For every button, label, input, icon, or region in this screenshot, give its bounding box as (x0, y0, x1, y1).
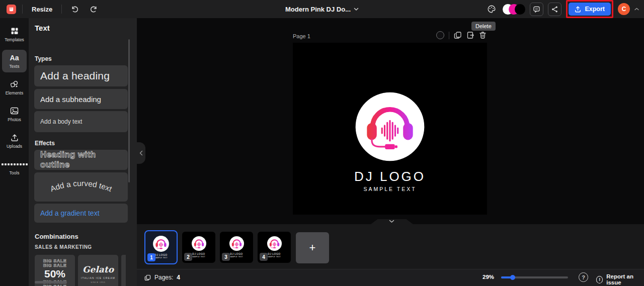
page-thumbnail-3[interactable]: DJ LOGO SAMPLE TEXT 3 (220, 232, 253, 263)
add-body-text-label: Add a body text (40, 118, 82, 125)
zoom-slider[interactable] (501, 276, 568, 278)
question-icon: ? (582, 274, 585, 280)
pages-label: Pages: (154, 274, 173, 281)
sidebar-item-label: Templates (5, 37, 24, 42)
page-number-badge: 2 (184, 253, 192, 261)
page-thumbnail-4[interactable]: DJ LOGO SAMPLE TEXT 4 (258, 232, 291, 263)
page-thumbnail-1[interactable]: DJ LOGO SAMPLE TEXT 1 (144, 230, 178, 264)
resize-button[interactable]: Resize (29, 6, 55, 13)
avatar[interactable]: C (618, 3, 630, 15)
feedback-button[interactable] (530, 3, 543, 16)
design-canvas[interactable]: DJ LOGO SAMPLE TEXT (293, 43, 487, 215)
divider (61, 5, 62, 14)
help-button[interactable]: ? (579, 272, 588, 282)
sidebar-item-tools[interactable]: Tools (2, 156, 27, 179)
divider (449, 32, 449, 39)
delete-tooltip: Delete (471, 22, 496, 31)
palette-button[interactable] (485, 3, 498, 16)
document-title: Modern Pink DJ Do... (285, 6, 351, 13)
add-heading-button[interactable]: Add a heading (34, 65, 128, 86)
page-number-badge: 1 (147, 253, 155, 261)
tools-icon (2, 160, 28, 168)
chevron-down-icon[interactable] (389, 220, 394, 223)
chevron-left-icon (139, 150, 143, 156)
export-button[interactable]: Export (569, 3, 611, 16)
logo-subtitle-text[interactable]: SAMPLE TEXT (293, 186, 487, 192)
export-label: Export (585, 6, 605, 13)
photos-icon (10, 107, 19, 115)
sidebar: Templates Aa Texts Elements Photos (0, 18, 29, 286)
panel-scrollbar[interactable] (128, 39, 130, 182)
page-number-badge: 4 (260, 253, 268, 261)
share-button[interactable] (548, 3, 561, 16)
palette-icon (487, 5, 496, 14)
sidebar-item-photos[interactable]: Photos (2, 103, 27, 126)
uploads-icon (11, 133, 19, 142)
gelato-tagline: SINCE 1955 (91, 281, 105, 283)
add-page-button[interactable]: + (296, 232, 329, 263)
mini-logo-icon (229, 236, 245, 251)
curved-text-button[interactable]: Add a curved text (34, 172, 128, 202)
combinations-scrollbar[interactable] (35, 281, 67, 283)
workspace: Page 1 Delete DJ LOGO (137, 18, 644, 224)
gelato-title: Gelato (83, 264, 114, 274)
elements-icon (10, 80, 19, 88)
mini-logo-title: DJ LOGO (154, 253, 167, 256)
types-heading: Types (35, 55, 52, 62)
panel-collapse-button[interactable] (137, 142, 145, 164)
sidebar-item-label: Elements (6, 90, 23, 96)
sidebar-item-uploads[interactable]: Uploads (2, 130, 27, 152)
zoom-slider-handle[interactable] (510, 275, 515, 280)
pages-icon (144, 274, 151, 281)
document-title-menu[interactable]: Modern Pink DJ Do... (285, 0, 359, 18)
logo-title-text[interactable]: DJ LOGO (293, 169, 487, 184)
curved-text-label: Add a curved text (49, 179, 113, 194)
gradient-text-button[interactable]: Add a gradient text (34, 204, 128, 223)
sidebar-item-label: Tools (10, 170, 20, 175)
export-annotation-box: Export (566, 0, 613, 18)
color-swatch-black[interactable] (515, 4, 525, 15)
sidebar-item-texts[interactable]: Aa Texts (2, 50, 27, 72)
mini-logo-subtitle: SAMPLE TEXT (154, 257, 168, 259)
panel-title: Text (35, 24, 50, 32)
mini-logo-title: DJ LOGO (268, 252, 280, 255)
delete-page-icon[interactable] (479, 31, 487, 39)
sidebar-item-label: Uploads (7, 144, 22, 149)
page-number-badge: 3 (222, 253, 230, 261)
texts-icon: Aa (10, 53, 19, 62)
sidebar-item-label: Texts (10, 64, 20, 69)
add-subheading-label: Add a subheading (40, 95, 101, 104)
undo-button[interactable] (68, 3, 81, 16)
export-icon (575, 6, 581, 13)
add-subheading-button[interactable]: Add a subheading (34, 89, 128, 109)
exclamation-icon: ! (596, 276, 603, 283)
move-page-icon[interactable] (466, 31, 474, 39)
document-colors[interactable] (503, 4, 525, 15)
app-logo[interactable] (7, 5, 16, 14)
add-body-text-button[interactable]: Add a body text (34, 111, 128, 132)
combination-gelato[interactable]: Gelato ITALIAN ICE CREAM SINCE 1955 (78, 255, 118, 286)
redo-button[interactable] (87, 3, 100, 16)
duplicate-page-icon[interactable] (454, 31, 462, 39)
avatar-initial: C (622, 6, 626, 13)
combination-partial[interactable] (121, 255, 126, 286)
report-issue-label: Report an issue (606, 273, 644, 285)
report-issue-button[interactable]: ! Report an issue (596, 273, 644, 285)
page-label: Page 1 (293, 33, 310, 39)
dj-logo-graphic[interactable] (353, 90, 427, 163)
sidebar-item-templates[interactable]: Templates (2, 23, 27, 46)
page-toolbar (436, 31, 487, 39)
sidebar-item-elements[interactable]: Elements (2, 76, 27, 99)
mini-logo-icon (191, 236, 207, 251)
chevron-down-icon (354, 8, 359, 11)
share-icon (551, 6, 558, 13)
page-thumbnail-2[interactable]: DJ LOGO SAMPLE TEXT 2 (182, 232, 215, 263)
heading-outline-button[interactable]: Heading with outline (34, 150, 128, 170)
gelato-subtitle: ITALIAN ICE CREAM (81, 276, 115, 279)
chevron-up-icon[interactable] (634, 8, 639, 11)
page-color-swatch[interactable] (436, 31, 444, 39)
gradient-text-label: Add a gradient text (40, 209, 100, 217)
status-bar: Pages: 4 29% ? ! Report an issue (137, 269, 644, 286)
mini-logo-subtitle: SAMPLE TEXT (192, 256, 205, 258)
big-sale-percent: 50% (44, 268, 65, 279)
